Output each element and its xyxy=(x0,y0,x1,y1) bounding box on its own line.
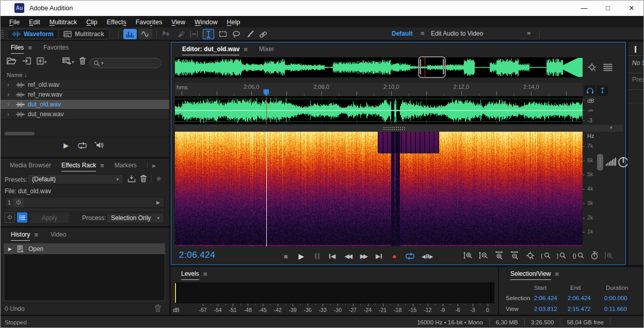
selection-start-value[interactable]: 2:06.424 xyxy=(534,295,557,301)
spectral-vscroll-thumb[interactable] xyxy=(597,154,603,170)
effects-panel-menu-icon[interactable]: ≡ xyxy=(100,162,104,169)
marquee-selection-tool[interactable] xyxy=(217,29,229,39)
overview-strip[interactable] xyxy=(175,57,583,77)
files-loop-button[interactable] xyxy=(78,142,87,149)
workspace-title[interactable]: Edit Audio to Video xyxy=(431,30,483,37)
waveform-mode-button[interactable]: Waveform xyxy=(7,29,59,39)
overview-zoom-navigate-button[interactable] xyxy=(587,63,598,72)
play-button[interactable]: ▶ xyxy=(297,251,305,261)
selection-duration-value[interactable]: 0:00.000 xyxy=(604,295,627,301)
history-panel-menu-icon[interactable]: ≡ xyxy=(34,231,38,239)
minimize-button[interactable]: — xyxy=(572,1,596,15)
presets-dropdown[interactable]: (Default)▾ xyxy=(27,174,123,184)
move-tool[interactable] xyxy=(160,29,172,39)
files-search-input[interactable] xyxy=(105,60,152,66)
skip-to-start-button[interactable]: ◀ xyxy=(328,251,336,261)
zoom-indicator-right-handle[interactable] xyxy=(443,59,444,74)
spectrogram-display[interactable] xyxy=(175,132,583,246)
file-row-dut-old[interactable]: › dut_old.wav xyxy=(1,100,169,110)
menu-window[interactable]: Window xyxy=(190,18,222,27)
tab-favorites[interactable]: Favorites xyxy=(40,44,72,51)
process-dropdown[interactable]: Selection Only▾ xyxy=(106,213,164,223)
close-button[interactable]: × xyxy=(620,1,643,15)
menu-clip[interactable]: Clip xyxy=(82,18,102,27)
zoom-in-amplitude-button[interactable] xyxy=(463,251,473,260)
frequency-resolution-button[interactable] xyxy=(605,157,617,166)
rewind-button[interactable]: ◀◀ xyxy=(344,251,352,261)
file-row-ref-new[interactable]: › ref_new.wav xyxy=(1,90,169,100)
tab-mixer[interactable]: Mixer xyxy=(256,45,277,53)
zoom-selection-disabled-button[interactable] xyxy=(604,251,613,260)
history-clear-button[interactable] xyxy=(154,304,162,312)
apply-button[interactable]: Apply xyxy=(30,212,69,223)
tab-media-browser[interactable]: Media Browser xyxy=(7,162,54,169)
razor-tool[interactable] xyxy=(175,29,186,39)
time-selection-tool[interactable] xyxy=(203,29,214,39)
workspace-default[interactable]: Default xyxy=(392,30,413,37)
expand-chevron-icon[interactable]: › xyxy=(5,81,12,88)
tab-files[interactable]: Files≡ xyxy=(8,44,35,52)
view-duration-value[interactable]: 0:11.660 xyxy=(604,306,627,312)
lasso-selection-tool[interactable] xyxy=(231,29,242,39)
file-row-ref-old[interactable]: › ref_old.wav xyxy=(1,80,169,90)
menu-effects[interactable]: Effects xyxy=(102,18,131,27)
loop-playback-button[interactable] xyxy=(406,251,414,261)
favorite-star-icon[interactable]: ★ xyxy=(155,174,162,183)
tab-markers[interactable]: Markers xyxy=(111,162,140,169)
effect-slot-1[interactable]: 1 ▶ xyxy=(5,197,165,208)
levels-panel-menu-icon[interactable]: ≡ xyxy=(203,270,207,278)
waveform-display-toggle[interactable] xyxy=(139,29,152,39)
files-hscroll-thumb[interactable] xyxy=(5,132,35,135)
zoom-to-selection-button[interactable]: {} xyxy=(572,252,584,259)
zoom-in-time-button[interactable] xyxy=(494,251,504,260)
menu-favorites[interactable]: Favorites xyxy=(131,18,167,27)
files-autoplay-button[interactable] xyxy=(94,142,104,149)
fast-forward-button[interactable]: ▶▶ xyxy=(359,251,367,261)
files-play-button[interactable]: ▶ xyxy=(63,142,69,149)
open-file-button[interactable] xyxy=(7,57,17,65)
tab-selection-view[interactable]: Selection/View≡ xyxy=(507,270,562,278)
files-search-box[interactable]: ▾ xyxy=(89,58,162,68)
delete-preset-button[interactable] xyxy=(140,175,147,182)
save-preset-button[interactable] xyxy=(127,175,136,183)
multitrack-mode-button[interactable]: Multitrack xyxy=(58,29,109,39)
panel-overflow-chevron[interactable]: » xyxy=(152,162,155,169)
overview-zoom-indicator[interactable] xyxy=(418,56,446,78)
pin-button[interactable] xyxy=(597,85,608,96)
tab-levels[interactable]: Levels≡ xyxy=(178,270,210,278)
menu-edit[interactable]: Edit xyxy=(24,18,45,27)
playhead-handle[interactable] xyxy=(263,89,269,96)
record-button[interactable]: ● xyxy=(390,251,398,261)
files-delete-button[interactable] xyxy=(79,57,86,65)
skip-selection-button[interactable]: ◀▶ xyxy=(422,251,433,261)
splitter-collapse-caret-icon[interactable]: ▾ xyxy=(610,125,613,130)
expand-chevron-icon[interactable]: › xyxy=(5,91,12,98)
spectral-display-toggle[interactable] xyxy=(123,29,137,39)
zoom-out-amplitude-button[interactable] xyxy=(479,251,489,260)
selection-end-value[interactable]: 2:06.424 xyxy=(568,295,591,301)
toolbar-overflow[interactable]: » xyxy=(527,29,530,37)
effect-slot-arrow-icon[interactable]: ▶ xyxy=(156,200,160,205)
import-file-button[interactable] xyxy=(22,57,31,65)
zoom-out-time-button[interactable] xyxy=(510,251,520,260)
files-panel-menu-icon[interactable]: ≡ xyxy=(28,44,32,52)
zoom-navigate-button[interactable] xyxy=(525,251,535,260)
view-start-value[interactable]: 2:03.812 xyxy=(534,306,557,312)
tab-video[interactable]: Video xyxy=(47,231,69,238)
rack-list-toggle-button[interactable] xyxy=(17,212,27,223)
menu-file[interactable]: File xyxy=(5,18,24,27)
maximize-button[interactable]: □ xyxy=(596,1,620,15)
overview-waveform-canvas[interactable] xyxy=(175,57,583,77)
tab-editor[interactable]: Editor: dut_old.wav≡ xyxy=(179,45,251,53)
insert-into-multitrack-button[interactable]: ▾ xyxy=(62,57,74,65)
playhead-time-display[interactable]: 2:06.424 xyxy=(179,250,215,260)
paintbrush-tool[interactable] xyxy=(244,29,255,39)
zoom-to-out-point-button[interactable]: } xyxy=(557,252,567,259)
rack-power-button[interactable] xyxy=(5,212,15,223)
monitor-headphones-button[interactable] xyxy=(584,85,595,96)
effect-slot-power-button[interactable] xyxy=(13,198,24,207)
expand-chevron-icon[interactable]: › xyxy=(5,101,12,108)
toolbar-grip[interactable] xyxy=(1,29,4,39)
menu-view[interactable]: View xyxy=(167,18,190,27)
editor-panel-menu-icon[interactable]: ≡ xyxy=(244,45,248,53)
